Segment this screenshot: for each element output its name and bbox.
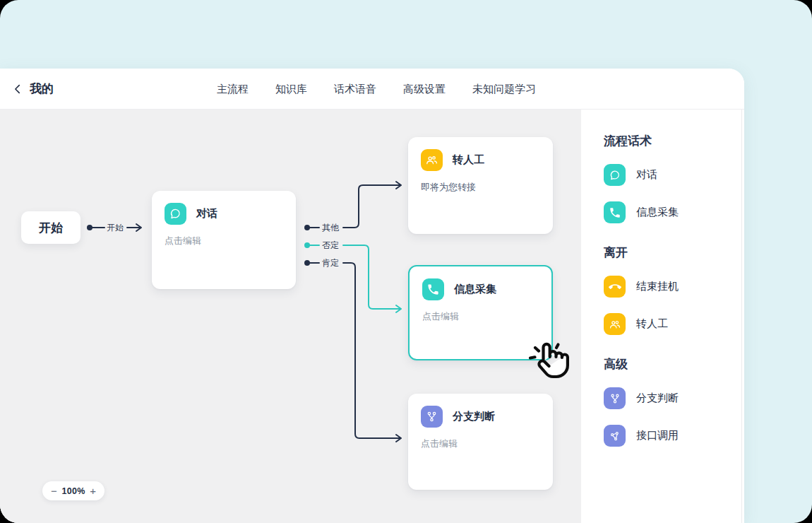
palette-item-label: 信息采集 (636, 206, 679, 219)
edge-label-positive: 肯定 (322, 257, 339, 269)
section-title: 流程话术 (604, 133, 744, 150)
chevron-left-icon (12, 83, 23, 95)
node-subtitle: 点击编辑 (408, 428, 553, 450)
palette-item-label: 对话 (636, 168, 657, 182)
chat-icon (604, 164, 626, 186)
node-info-collect[interactable]: 信息采集 点击编辑 (408, 265, 553, 360)
node-title: 对话 (196, 207, 217, 221)
page-title: 我的 (30, 69, 54, 110)
people-icon (421, 149, 443, 171)
palette-item-label: 接口调用 (636, 429, 679, 442)
tab-advanced-settings[interactable]: 高级设置 (403, 83, 446, 96)
edge-label-negative: 否定 (322, 240, 339, 251)
back-button[interactable] (9, 81, 26, 98)
palette-item-transfer-agent[interactable]: 转人工 (604, 313, 744, 335)
node-title: 转人工 (453, 153, 484, 167)
start-node[interactable]: 开始 (21, 211, 80, 244)
node-subtitle: 点击编辑 (152, 225, 296, 247)
phone-icon (422, 278, 444, 300)
tab-main-flow[interactable]: 主流程 (217, 83, 249, 96)
flow-canvas[interactable]: 开始 其他 否定 肯定 开始 对话 点击编辑 (0, 110, 581, 523)
flow-editor-window: 我的 主流程 知识库 话术语音 高级设置 未知问题学习 (0, 69, 744, 523)
start-node-label: 开始 (39, 220, 63, 236)
palette-item-branch-judge[interactable]: 分支判断 (604, 387, 744, 409)
palette-item-label: 分支判断 (636, 392, 679, 405)
palette-item-api-call[interactable]: 接口调用 (604, 425, 744, 447)
zoom-control: − 100% + (42, 481, 105, 500)
tab-speech-voice[interactable]: 话术语音 (334, 83, 376, 96)
chat-icon (165, 203, 186, 225)
edge-label-other: 其他 (322, 222, 339, 233)
section-title: 离开 (604, 245, 744, 262)
edge-label-start: 开始 (107, 222, 124, 233)
api-icon (604, 425, 626, 447)
palette-item-dialog[interactable]: 对话 (604, 164, 744, 186)
section-title: 高级 (604, 356, 744, 373)
tab-bar: 主流程 知识库 话术语音 高级设置 未知问题学习 (217, 69, 536, 110)
zoom-level-value: 100% (61, 486, 85, 496)
node-title: 信息采集 (454, 283, 496, 296)
node-title: 分支判断 (453, 410, 495, 423)
hangup-icon (604, 276, 626, 298)
palette-item-label: 结束挂机 (636, 280, 679, 293)
people-icon (604, 313, 626, 335)
app-bar: 我的 主流程 知识库 话术语音 高级设置 未知问题学习 (0, 69, 744, 110)
palette-item-info-collect[interactable]: 信息采集 (604, 201, 744, 223)
tab-unknown-question-learning[interactable]: 未知问题学习 (472, 83, 536, 96)
palette-section-leave: 离开 结束挂机 转人工 (604, 245, 744, 335)
palette-item-label: 转人工 (636, 317, 668, 331)
node-branch-judge[interactable]: 分支判断 点击编辑 (408, 394, 553, 490)
branch-icon (604, 387, 626, 409)
palette-section-flow-speech: 流程话术 对话 信息采集 (604, 133, 744, 223)
node-dialog[interactable]: 对话 点击编辑 (152, 191, 296, 289)
node-transfer-agent[interactable]: 转人工 即将为您转接 (408, 137, 553, 234)
zoom-out-button[interactable]: − (51, 486, 57, 496)
node-subtitle: 点击编辑 (410, 300, 551, 323)
app-screen: 我的 主流程 知识库 话术语音 高级设置 未知问题学习 (0, 0, 812, 523)
phone-icon (604, 201, 626, 223)
node-subtitle: 即将为您转接 (408, 171, 553, 194)
tab-knowledge-base[interactable]: 知识库 (275, 83, 307, 96)
zoom-in-button[interactable]: + (90, 486, 96, 496)
palette-section-advanced: 高级 分支判断 接口调用 (604, 356, 744, 447)
palette-item-end-hangup[interactable]: 结束挂机 (604, 276, 744, 298)
node-palette-sidebar: 流程话术 对话 信息采集 离开 (581, 110, 744, 523)
branch-icon (421, 406, 443, 428)
